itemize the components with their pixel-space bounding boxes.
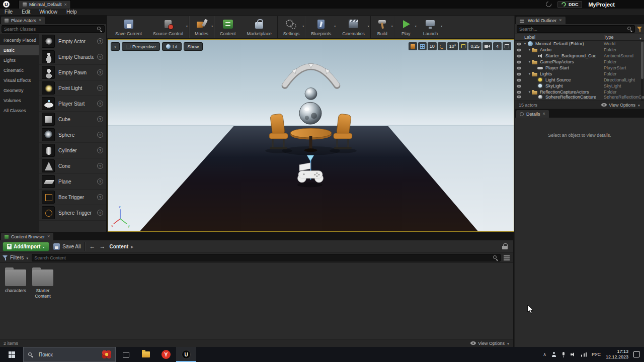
modes-button[interactable]: Modes xyxy=(189,16,214,38)
folder-tile[interactable]: Starter Content xyxy=(30,267,55,300)
cinematics-button[interactable]: Cinematics xyxy=(337,16,371,38)
menu-item[interactable]: File xyxy=(0,9,17,16)
outliner-row[interactable]: GamePlayActors Folder xyxy=(515,59,644,65)
world-outliner-tab[interactable]: World Outliner xyxy=(516,17,566,24)
viewport-options-button[interactable] xyxy=(111,42,120,51)
class-help-icon[interactable] xyxy=(97,54,103,60)
category-item[interactable]: Basic xyxy=(0,45,39,55)
show-button[interactable]: Show xyxy=(184,42,203,51)
class-help-icon[interactable] xyxy=(97,85,103,91)
source-control-button[interactable]: Source Control xyxy=(147,16,189,38)
yandex-browser-button[interactable] xyxy=(156,347,176,362)
camera-speed-value[interactable]: 4 xyxy=(493,42,502,50)
grid-snap-value[interactable]: 10 xyxy=(428,42,437,50)
tray-expand-icon[interactable] xyxy=(543,352,546,357)
details-tab[interactable]: Details xyxy=(516,110,549,118)
build-button[interactable]: Build xyxy=(371,16,394,38)
label-column-header[interactable]: Label xyxy=(524,35,535,40)
category-item[interactable]: Cinematic xyxy=(0,65,39,75)
chevron-down-icon[interactable] xyxy=(186,23,188,28)
category-item[interactable]: Volumes xyxy=(0,96,39,106)
language-indicator[interactable]: РУС xyxy=(592,352,601,357)
save-current-button[interactable]: Save Current xyxy=(110,16,147,38)
place-actor-item[interactable]: Box Trigger xyxy=(39,190,106,205)
filters-button[interactable]: Filters xyxy=(3,255,29,260)
class-help-icon[interactable] xyxy=(97,132,103,138)
search-highlight-icon[interactable] xyxy=(102,350,111,359)
class-help-icon[interactable] xyxy=(97,101,103,107)
scale-snap-button[interactable] xyxy=(459,42,467,50)
action-center-icon[interactable] xyxy=(633,351,640,357)
outliner-row[interactable]: Lights Folder xyxy=(515,71,644,77)
add-import-button[interactable]: Add/Import xyxy=(3,242,49,251)
visibility-eye-icon[interactable] xyxy=(517,72,521,75)
chevron-down-icon[interactable] xyxy=(367,23,370,28)
rotation-snap-button[interactable] xyxy=(438,42,446,50)
place-actor-item[interactable]: Player Start xyxy=(39,96,106,112)
class-help-icon[interactable] xyxy=(97,116,103,122)
launch-button[interactable]: Launch xyxy=(418,16,444,38)
outliner-row[interactable]: SkyLight SkyLight xyxy=(515,83,644,89)
visibility-eye-icon[interactable] xyxy=(517,42,521,45)
content-browser-tab[interactable]: Content Browser xyxy=(1,233,53,240)
chevron-down-icon[interactable] xyxy=(302,23,304,28)
volume-icon[interactable] xyxy=(571,352,576,357)
menu-item[interactable]: Edit xyxy=(17,9,35,16)
menu-item[interactable]: Window xyxy=(35,9,62,16)
outliner-search-box[interactable] xyxy=(517,25,635,33)
breadcrumb[interactable]: Content xyxy=(109,244,133,249)
maximize-viewport-button[interactable] xyxy=(503,42,511,50)
close-icon[interactable] xyxy=(559,18,561,23)
breadcrumb-content[interactable]: Content xyxy=(109,244,128,249)
save-all-button[interactable]: Save All xyxy=(53,243,80,250)
outliner-row[interactable]: Audio Folder xyxy=(515,47,644,53)
settings-button[interactable]: Settings xyxy=(278,16,306,38)
content-button[interactable]: Content xyxy=(214,16,242,38)
close-icon[interactable] xyxy=(64,3,67,7)
visibility-eye-icon[interactable] xyxy=(517,90,521,94)
class-help-icon[interactable] xyxy=(97,163,103,169)
view-mode-icon[interactable] xyxy=(504,255,510,260)
camera-speed-button[interactable] xyxy=(482,42,492,50)
outliner-row[interactable]: Player Start PlayerStart xyxy=(515,65,644,71)
visibility-eye-icon[interactable] xyxy=(517,60,521,63)
close-icon[interactable] xyxy=(39,18,41,23)
place-actor-item[interactable]: Empty Pawn xyxy=(39,65,106,80)
level-viewport[interactable]: z x y Perspective Lit Show 1 xyxy=(108,39,514,232)
close-icon[interactable] xyxy=(47,234,50,239)
perspective-button[interactable]: Perspective xyxy=(122,42,160,51)
place-actor-item[interactable]: Empty Character xyxy=(39,49,106,65)
outliner-row[interactable]: SphereReflectionCapture SphereReflection… xyxy=(515,95,644,99)
chevron-down-icon[interactable] xyxy=(440,23,443,28)
category-item[interactable]: Lights xyxy=(0,55,39,65)
place-actors-tab[interactable]: Place Actors xyxy=(1,17,45,24)
search-content-input[interactable] xyxy=(32,255,493,260)
place-actor-item[interactable]: Cube xyxy=(39,112,106,127)
type-column-header[interactable]: Type xyxy=(604,35,614,40)
visibility-eye-icon[interactable] xyxy=(517,84,521,87)
expander-icon[interactable] xyxy=(523,42,527,45)
class-help-icon[interactable] xyxy=(97,194,103,200)
outliner-row[interactable]: ReflectionCaptureActors Folder xyxy=(515,89,644,95)
play-button[interactable]: Play xyxy=(394,16,418,38)
expander-icon[interactable] xyxy=(527,60,532,63)
visibility-eye-icon[interactable] xyxy=(517,96,521,99)
asset-grid[interactable]: characters Starter Content xyxy=(0,263,513,339)
network-icon[interactable] xyxy=(581,352,587,357)
search-classes-box[interactable] xyxy=(2,25,105,33)
visibility-eye-icon[interactable] xyxy=(517,48,521,51)
expander-icon[interactable] xyxy=(527,90,532,94)
expander-icon[interactable] xyxy=(527,72,532,75)
place-actor-item[interactable]: Plane xyxy=(39,174,106,190)
place-actor-item[interactable]: Cylinder xyxy=(39,143,106,158)
rotation-snap-value[interactable]: 10° xyxy=(447,42,458,50)
chevron-down-icon[interactable] xyxy=(334,23,336,28)
taskbar-search-box[interactable]: Поиск xyxy=(23,347,116,362)
place-actor-item[interactable]: Empty Actor xyxy=(39,34,106,49)
task-view-button[interactable] xyxy=(116,347,136,362)
outliner-search-input[interactable] xyxy=(517,27,627,32)
folder-tile[interactable]: characters xyxy=(3,267,28,294)
file-explorer-button[interactable] xyxy=(136,347,156,362)
people-icon[interactable] xyxy=(551,352,556,357)
expander-icon[interactable] xyxy=(527,48,532,51)
